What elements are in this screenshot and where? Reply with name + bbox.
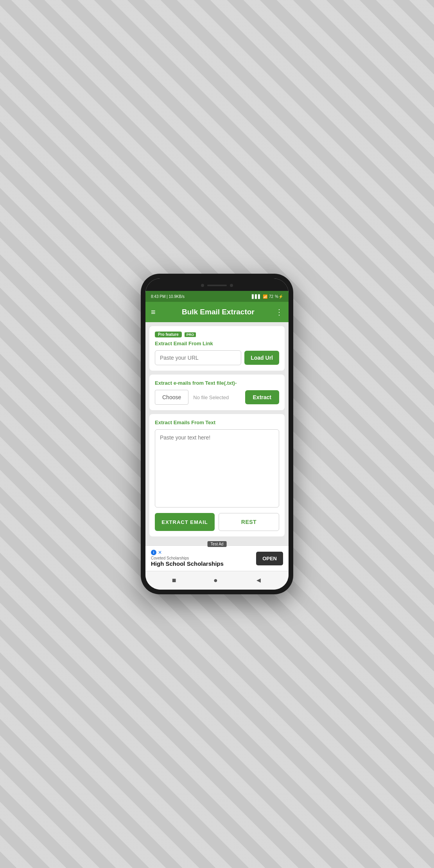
notch-area: [145, 278, 289, 291]
more-icon[interactable]: ⋮: [275, 307, 283, 317]
signal-icon: ▋▋▋: [252, 294, 261, 299]
ad-left: i ✕ Coveted Scholarships High School Sch…: [151, 550, 224, 567]
status-time: 8:43 PM | 10.9KB/s: [151, 294, 185, 299]
url-row: Load Url: [155, 350, 279, 365]
load-url-button[interactable]: Load Url: [244, 351, 279, 365]
ad-title: High School Scholarships: [151, 560, 224, 567]
app-title: Bulk Email Extractor: [161, 308, 275, 316]
extract-from-link-card: Pro feature PRO Extract Email From Link …: [149, 326, 285, 371]
ad-info-icon: i: [151, 550, 156, 555]
extract-from-text-card: Extract Emails From Text EXTRACT EMAIL R…: [149, 414, 285, 536]
nav-bar: ■ ● ◄: [145, 571, 289, 590]
content-area: Pro feature PRO Extract Email From Link …: [145, 322, 289, 545]
url-input[interactable]: [155, 350, 241, 365]
extract-from-file-card: Extract e-mails from Text file(.txt)- Ch…: [149, 375, 285, 410]
pro-tag: PRO: [184, 332, 197, 337]
top-bar: ≡ Bulk Email Extractor ⋮: [145, 302, 289, 322]
notch-dot-left: [201, 284, 204, 287]
ad-label: Test Ad: [208, 541, 227, 547]
ad-open-button[interactable]: OPEN: [256, 552, 283, 565]
ad-close-icon[interactable]: ✕: [158, 550, 162, 555]
status-bar: 8:43 PM | 10.9KB/s ▋▋▋ 📶 72 %⚡: [145, 291, 289, 302]
nav-square-button[interactable]: ■: [172, 576, 176, 585]
battery-text: 72: [269, 294, 273, 299]
no-file-label: No file Selected: [188, 395, 245, 400]
nav-back-button[interactable]: ◄: [255, 576, 262, 585]
action-row: EXTRACT EMAIL REST: [155, 513, 279, 531]
hamburger-icon[interactable]: ≡: [151, 308, 156, 317]
file-row: Choose No file Selected Extract: [155, 390, 279, 405]
extract-file-button[interactable]: Extract: [245, 390, 279, 404]
wifi-icon: 📶: [263, 294, 267, 299]
choose-button[interactable]: Choose: [155, 390, 188, 405]
rest-button[interactable]: REST: [219, 513, 279, 531]
ad-source: Coveted Scholarships: [151, 556, 224, 560]
status-icons: ▋▋▋ 📶 72 %⚡: [252, 294, 283, 299]
nav-home-button[interactable]: ●: [213, 576, 218, 585]
extract-text-title: Extract Emails From Text: [155, 420, 279, 425]
text-input[interactable]: [155, 429, 279, 508]
pro-badge: Pro feature: [155, 332, 182, 337]
battery-icon: %⚡: [275, 294, 283, 299]
extract-file-title: Extract e-mails from Text file(.txt)-: [155, 380, 279, 386]
pro-badge-row: Pro feature PRO: [155, 332, 279, 337]
extract-link-title: Extract Email From Link: [155, 341, 279, 346]
extract-email-button[interactable]: EXTRACT EMAIL: [155, 513, 215, 531]
notch-speaker: [207, 285, 227, 286]
ad-info-row: i ✕: [151, 550, 224, 555]
ad-banner: Test Ad i ✕ Coveted Scholarships High Sc…: [145, 545, 289, 571]
notch-dot-right: [230, 284, 233, 287]
